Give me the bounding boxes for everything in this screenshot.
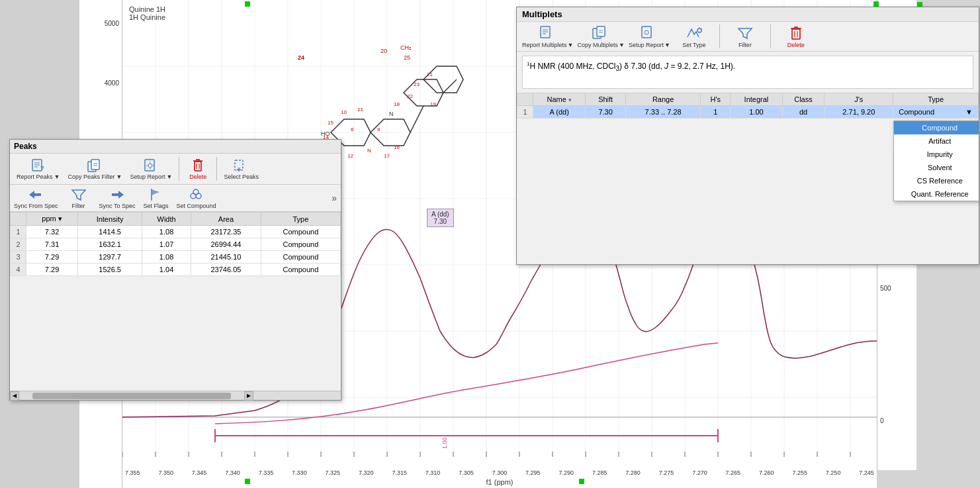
svg-text:23: 23	[414, 81, 420, 87]
mult-col-class[interactable]: Class	[782, 93, 824, 106]
table-row[interactable]: 2 7.31 1632.1 1.07 26994.44 Compound	[11, 238, 341, 251]
mult-col-name[interactable]: Name ▾	[533, 93, 586, 106]
scroll-thumb[interactable]	[32, 393, 231, 399]
table-row[interactable]: 1 7.32 1414.5 1.08 23172.35 Compound	[11, 226, 341, 238]
multiplets-title: Multiplets	[522, 9, 562, 19]
svg-rect-122	[597, 26, 605, 36]
x-label-8: 7.315	[392, 469, 407, 476]
svg-marker-61	[371, 119, 410, 146]
set-flags-button[interactable]: Set Flags	[139, 187, 172, 209]
svg-text:10: 10	[341, 109, 347, 115]
col-type-header[interactable]: Type	[261, 213, 340, 226]
svg-line-64	[410, 106, 423, 132]
col-area-header[interactable]: Area	[191, 213, 261, 226]
sync-to-spec-button[interactable]: Sync To Spec	[99, 187, 136, 209]
mult-cell-class-1: dd	[782, 106, 824, 119]
x-label-20: 7.255	[792, 469, 807, 476]
mult-cell-type-1[interactable]: Compound ▼ Compound Artifact Impurity So…	[893, 106, 979, 119]
set-type-button[interactable]: Set Type	[674, 24, 714, 48]
mult-table-row[interactable]: 1 A (dd) 7.30 7.33 .. 7.28 1 1.00 dd 2.7…	[517, 106, 979, 119]
peaks-scrollbar-h[interactable]: ◀ ▶	[10, 391, 341, 400]
sync-from-spec-button[interactable]: Sync From Spec	[14, 187, 58, 209]
set-compound-button[interactable]: Set Compound	[176, 187, 216, 209]
scale-5000: 5000	[105, 20, 119, 27]
delete-peaks-button[interactable]: Delete	[183, 156, 212, 181]
type-dropdown-trigger[interactable]: Compound ▼	[893, 106, 978, 118]
cell-type-2: Compound	[261, 238, 340, 251]
toolbar-sep-1	[179, 157, 179, 181]
svg-text:21: 21	[427, 72, 433, 77]
mult-sep-2	[770, 24, 771, 48]
type-dropdown-menu[interactable]: Compound Artifact Impurity Solvent CS Re…	[893, 121, 979, 201]
col-ppm-header[interactable]: ppm ▾	[26, 213, 78, 226]
copy-peaks-button[interactable]: Copy Peaks Filter ▼	[65, 156, 124, 181]
x-label-22: 7.245	[859, 469, 874, 476]
col-intensity-header[interactable]: Intensity	[78, 213, 142, 226]
svg-text:25: 25	[404, 54, 410, 61]
x-label-2: 7.345	[192, 469, 207, 476]
delete-mult-button[interactable]: Delete	[776, 24, 816, 48]
select-peaks-button[interactable]: Select Peaks	[221, 156, 261, 181]
corner-marker-top-left	[245, 1, 250, 7]
dropdown-item-cs-reference[interactable]: CS Reference	[894, 174, 979, 187]
x-label-10: 7.305	[459, 469, 474, 476]
cell-width-3: 1.08	[142, 251, 191, 264]
peaks-table-container[interactable]: ppm ▾ Intensity Width Area Type 1 7.32 1…	[10, 212, 341, 366]
mult-col-js[interactable]: J's	[824, 93, 893, 106]
svg-text:20: 20	[380, 48, 387, 54]
copy-multiplets-button[interactable]: Copy Multiplets ▼	[577, 24, 624, 48]
mult-cell-js-1: 2.71, 9.20	[824, 106, 893, 119]
report-peaks-button[interactable]: Report Peaks ▼	[14, 156, 62, 181]
svg-marker-109	[29, 191, 41, 199]
filter-peaks-button[interactable]: Filter	[62, 187, 95, 209]
svg-text:19: 19	[430, 101, 436, 107]
mult-col-shift[interactable]: Shift	[586, 93, 626, 106]
annotation-label: A (dd)	[431, 211, 449, 218]
cell-ppm-2: 7.31	[26, 238, 78, 251]
svg-marker-110	[72, 190, 85, 200]
multiplets-toolbar: Report Multiplets ▼ Copy Multiplets ▼	[517, 22, 979, 52]
dropdown-item-compound[interactable]: Compound	[894, 121, 979, 134]
corner-marker-bottom-mid	[579, 479, 584, 484]
cell-intensity-2: 1632.1	[78, 238, 142, 251]
row-num-3: 3	[11, 251, 26, 264]
cell-type-1: Compound	[261, 226, 340, 238]
peaks-title: Peaks	[14, 142, 37, 151]
mult-col-range[interactable]: Range	[625, 93, 700, 106]
mult-col-hs[interactable]: H's	[701, 93, 731, 106]
setup-report-peaks-button[interactable]: Setup Report ▼	[127, 156, 175, 181]
col-width-header[interactable]: Width	[142, 213, 191, 226]
dropdown-item-impurity[interactable]: Impurity	[894, 148, 979, 161]
x-label-16: 7.275	[659, 469, 674, 476]
svg-rect-92	[91, 160, 99, 170]
multiplets-table-container[interactable]: Name ▾ Shift Range H's Integral Class J'…	[517, 93, 979, 217]
x-label-15: 7.280	[625, 469, 641, 476]
x-label-6: 7.325	[326, 469, 341, 476]
cell-ppm-4: 7.29	[26, 264, 78, 276]
x-label-14: 7.285	[592, 469, 607, 476]
dropdown-item-quant-reference[interactable]: Quant. Reference	[894, 187, 979, 201]
report-multiplets-button[interactable]: Report Multiplets ▼	[522, 24, 573, 48]
filter-mult-button[interactable]: Filter	[725, 24, 765, 48]
peak-annotation-box: A (dd) 7.30	[427, 209, 454, 227]
svg-text:17: 17	[384, 153, 390, 159]
svg-marker-111	[112, 191, 124, 199]
mult-cell-shift-1: 7.30	[586, 106, 626, 119]
setup-report-mult-button[interactable]: Setup Report ▼	[629, 24, 670, 48]
scroll-right-arrow[interactable]: ▶	[244, 391, 253, 401]
mult-col-type[interactable]: Type	[893, 93, 979, 106]
table-row[interactable]: 4 7.29 1526.5 1.04 23746.05 Compound	[11, 264, 341, 276]
x-label-13: 7.290	[558, 469, 574, 476]
row-num-1: 1	[11, 226, 26, 238]
mult-col-integral[interactable]: Integral	[731, 93, 782, 106]
mult-cell-hs-1: 1	[701, 106, 731, 119]
svg-point-116	[193, 189, 199, 195]
dropdown-item-solvent[interactable]: Solvent	[894, 161, 979, 174]
scale-4000: 4000	[105, 79, 119, 87]
x-label-19: 7.260	[759, 469, 774, 476]
dropdown-item-artifact[interactable]: Artifact	[894, 134, 979, 148]
scroll-left-arrow[interactable]: ◀	[10, 391, 19, 401]
expand-button[interactable]: »	[332, 193, 337, 203]
table-row[interactable]: 3 7.29 1297.7 1.08 21445.10 Compound	[11, 251, 341, 264]
x-label-1: 7.350	[158, 469, 173, 476]
